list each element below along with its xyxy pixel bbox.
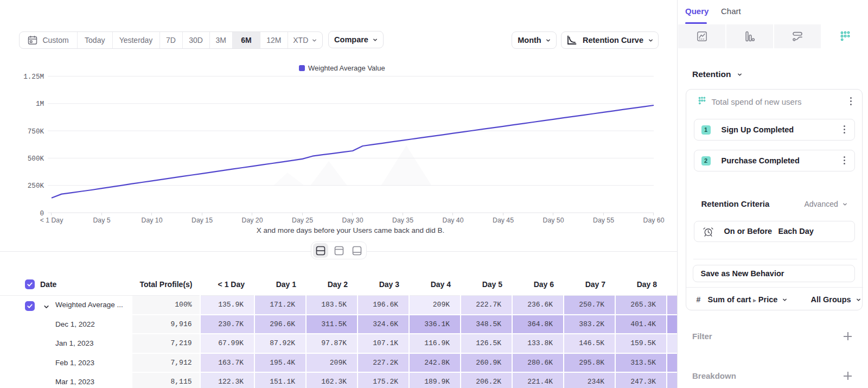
- svg-text:Day 45: Day 45: [493, 217, 514, 224]
- svg-text:Day 15: Day 15: [192, 217, 213, 224]
- svg-text:Day 35: Day 35: [392, 217, 413, 224]
- svg-text:Day 60: Day 60: [643, 217, 665, 224]
- svg-text:Day 55: Day 55: [593, 217, 614, 224]
- svg-text:Day 30: Day 30: [342, 217, 363, 224]
- svg-text:Day 50: Day 50: [543, 217, 564, 224]
- svg-text:1.25M: 1.25M: [23, 73, 44, 81]
- svg-text:Day 40: Day 40: [443, 217, 464, 224]
- svg-text:Day 5: Day 5: [93, 217, 110, 224]
- svg-text:750K: 750K: [28, 128, 44, 136]
- svg-text:Day 10: Day 10: [142, 217, 163, 224]
- svg-text:X and more days before your Us: X and more days before your Users came b…: [257, 226, 445, 234]
- svg-text:500K: 500K: [28, 155, 44, 163]
- svg-text:Day 20: Day 20: [242, 217, 263, 224]
- svg-text:250K: 250K: [28, 182, 44, 190]
- svg-text:Day 25: Day 25: [292, 217, 313, 224]
- svg-text:< 1 Day: < 1 Day: [40, 217, 64, 224]
- svg-text:1M: 1M: [36, 100, 44, 108]
